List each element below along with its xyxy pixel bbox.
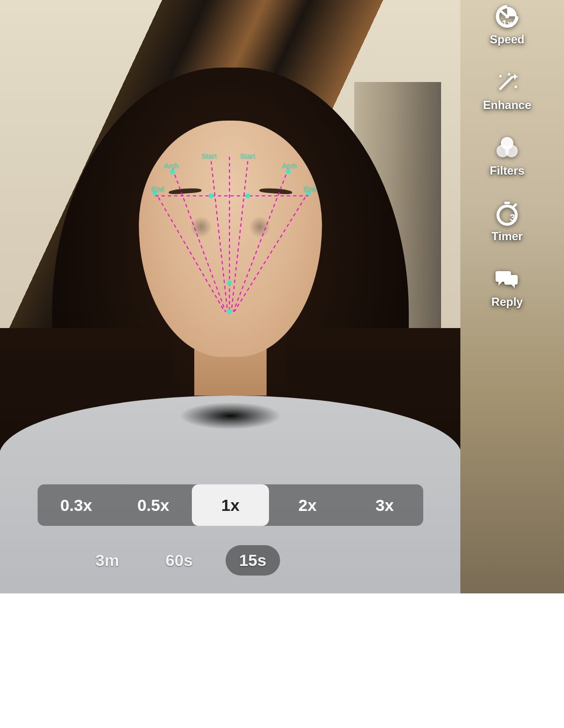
reply-label: Reply <box>491 295 523 309</box>
stopwatch-icon: 3 <box>495 201 520 226</box>
reply-button[interactable]: Reply <box>491 266 523 309</box>
svg-rect-26 <box>504 202 510 204</box>
svg-point-25 <box>505 145 518 157</box>
duration-option-3m[interactable]: 3m <box>82 545 133 576</box>
speed-option-3x[interactable]: 3x <box>346 484 423 526</box>
speed-option-0-5x[interactable]: 0.5x <box>115 484 192 526</box>
speed-option-1x[interactable]: 1x <box>192 484 269 526</box>
enhance-button[interactable]: Enhance <box>483 69 531 112</box>
svg-point-21 <box>515 86 517 88</box>
svg-line-17 <box>501 12 507 16</box>
magic-wand-icon <box>495 69 520 95</box>
filters-icon <box>495 135 520 160</box>
timer-label: Timer <box>492 230 523 243</box>
reply-icon <box>495 266 520 291</box>
bottom-strip <box>0 593 564 728</box>
speed-option-2x[interactable]: 2x <box>269 484 346 526</box>
svg-point-22 <box>499 75 502 78</box>
svg-line-19 <box>500 77 512 89</box>
timer-button[interactable]: 3 Timer <box>492 201 523 243</box>
svg-line-28 <box>514 205 516 206</box>
speed-option-0-3x[interactable]: 0.3x <box>38 484 115 526</box>
duration-option-60s[interactable]: 60s <box>152 545 206 576</box>
subject-face <box>139 121 322 357</box>
duration-selector: 3m 60s 15s <box>82 545 280 576</box>
speed-label: Speed <box>490 33 524 46</box>
speed-selector: 0.3x 0.5x 1x 2x 3x <box>38 484 423 526</box>
filters-label: Filters <box>490 164 524 178</box>
right-toolbar: 1x Speed Enhance Filters <box>459 4 555 309</box>
svg-text:3: 3 <box>510 212 515 223</box>
svg-text:1x: 1x <box>502 18 512 29</box>
speedometer-icon: 1x <box>495 4 520 29</box>
enhance-label: Enhance <box>483 98 531 112</box>
filters-button[interactable]: Filters <box>490 135 524 178</box>
duration-option-15s[interactable]: 15s <box>226 545 280 576</box>
speed-button[interactable]: 1x Speed <box>490 4 524 46</box>
